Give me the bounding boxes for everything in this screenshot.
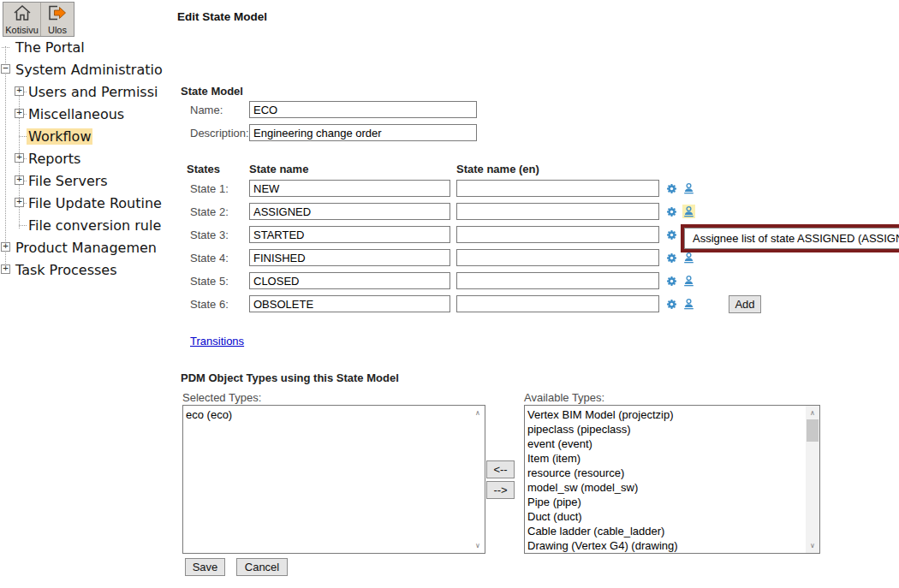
assignee-person-icon[interactable] — [682, 251, 695, 264]
logout-button[interactable]: Ulos — [40, 3, 74, 36]
state-name-input-3[interactable] — [249, 226, 450, 243]
home-button[interactable]: Kotisivu — [3, 3, 40, 36]
state-name-en-input-1[interactable] — [456, 180, 659, 197]
available-type-option[interactable]: pipeclass (pipeclass) — [527, 422, 805, 437]
expand-toggle-icon[interactable]: + — [15, 86, 24, 96]
move-to-available-button[interactable]: --> — [486, 481, 515, 499]
pdm-object-types-header: PDM Object Types using this State Model — [181, 371, 399, 384]
scroll-up-icon[interactable]: ∧ — [806, 407, 819, 419]
tree-item-label: Users and Permissi — [27, 84, 159, 100]
page-title: Edit State Model — [177, 10, 267, 23]
cancel-button[interactable]: Cancel — [236, 558, 288, 576]
state-row-label: State 5: — [181, 275, 249, 288]
state-name-en-input-6[interactable] — [456, 295, 659, 312]
available-type-option[interactable]: resource (resource) — [527, 466, 805, 480]
sidebar-item-product-managemen[interactable]: +Product Managemen — [0, 236, 176, 258]
selected-type-option[interactable]: eco (eco) — [186, 407, 470, 422]
nav-tree: The Portal−System Administratio+Users an… — [0, 36, 176, 293]
sidebar-item-reports[interactable]: +Reports — [0, 147, 176, 169]
selected-types-scrollbar[interactable]: ∧ ∨ — [471, 406, 485, 553]
name-input[interactable] — [249, 101, 477, 118]
expand-toggle-icon[interactable]: + — [15, 175, 24, 185]
state-row: State 5: — [181, 272, 761, 289]
states-header: States — [187, 163, 220, 175]
toolbar: Kotisivu Ulos — [3, 2, 74, 37]
sidebar-item-users-and-permissi[interactable]: +Users and Permissi — [0, 80, 176, 103]
available-types-label: Available Types: — [524, 391, 604, 404]
sidebar-item-task-processes[interactable]: +Task Processes — [0, 258, 176, 281]
gear-icon[interactable] — [665, 274, 678, 288]
available-types-scrollbar[interactable]: ∧ ∨ — [806, 406, 819, 553]
gear-icon[interactable] — [665, 228, 678, 241]
selected-types-label: Selected Types: — [182, 391, 261, 404]
assignee-person-icon[interactable] — [682, 297, 695, 311]
available-type-option[interactable]: Vertex BIM Model (projectzip) — [527, 407, 805, 422]
state-row: State 2: — [181, 203, 761, 220]
save-button[interactable]: Save — [185, 558, 225, 576]
available-type-option[interactable]: Cable ladder (cable_ladder) — [527, 524, 805, 538]
scroll-down-icon[interactable]: ∨ — [806, 539, 819, 552]
available-type-option[interactable]: event (event) — [527, 437, 805, 451]
expand-toggle-icon[interactable]: + — [1, 242, 10, 252]
description-input[interactable] — [249, 124, 477, 141]
tree-item-label: The Portal — [14, 39, 86, 56]
expand-toggle-icon[interactable]: + — [15, 198, 24, 207]
state-name-input-2[interactable] — [249, 203, 450, 220]
sidebar-item-system-administratio[interactable]: −System Administratio — [0, 58, 176, 80]
state-name-column-header: State name — [249, 163, 308, 175]
state-model-header: State Model — [181, 85, 243, 98]
sidebar-item-file-update-routine[interactable]: +File Update Routine — [0, 192, 176, 214]
expand-toggle-icon[interactable]: + — [15, 153, 24, 163]
state-name-input-1[interactable] — [249, 180, 450, 197]
tree-item-label: System Administratio — [14, 62, 164, 78]
assignee-person-icon[interactable] — [682, 274, 695, 288]
expand-toggle-icon[interactable]: + — [1, 264, 10, 274]
state-row: State 3: — [181, 226, 761, 243]
states-rows: State 1:State 2:State 3:State 4:State 5:… — [181, 180, 761, 318]
state-row-label: State 3: — [181, 229, 249, 241]
state-model-form: Name: Description: — [181, 101, 477, 147]
scroll-up-icon[interactable]: ∧ — [471, 407, 485, 419]
state-row-label: State 2: — [181, 205, 249, 218]
assignee-person-icon[interactable] — [682, 181, 695, 195]
state-name-en-input-5[interactable] — [456, 272, 659, 289]
available-types-listbox[interactable]: Vertex BIM Model (projectzip)pipeclass (… — [524, 405, 820, 554]
move-to-selected-button[interactable]: <-- — [486, 460, 515, 478]
gear-icon[interactable] — [665, 181, 678, 195]
logout-button-label: Ulos — [48, 25, 67, 35]
selected-types-items: eco (eco) — [183, 406, 470, 553]
selected-types-listbox[interactable]: eco (eco) ∧ ∨ — [182, 405, 485, 554]
state-name-en-input-3[interactable] — [456, 226, 659, 243]
sidebar-item-file-conversion-rule[interactable]: File conversion rule — [0, 214, 176, 236]
available-type-option[interactable]: Duct (duct) — [527, 509, 805, 524]
home-button-label: Kotisivu — [5, 25, 39, 35]
scrollbar-thumb[interactable] — [807, 419, 819, 442]
gear-icon[interactable] — [665, 205, 678, 218]
sidebar-item-file-servers[interactable]: +File Servers — [0, 169, 176, 192]
gear-icon[interactable] — [665, 297, 678, 311]
collapse-toggle-icon[interactable]: − — [1, 64, 10, 74]
state-name-input-4[interactable] — [249, 249, 450, 266]
sidebar-item-workflow[interactable]: Workflow — [0, 125, 176, 147]
available-type-option[interactable]: Drawing (Vertex G4) (drawing) — [527, 538, 805, 553]
available-type-option[interactable]: Item (item) — [527, 451, 805, 466]
state-row-label: State 4: — [181, 252, 249, 264]
available-type-option[interactable]: model_sw (model_sw) — [527, 480, 805, 495]
assignee-person-icon[interactable] — [682, 205, 695, 218]
state-name-input-6[interactable] — [249, 295, 450, 312]
assignee-tooltip: Assignee list of state ASSIGNED (ASSIGNE… — [684, 228, 899, 249]
gear-icon[interactable] — [665, 251, 678, 264]
name-label: Name: — [181, 104, 249, 116]
state-name-en-input-4[interactable] — [456, 249, 659, 266]
scroll-down-icon[interactable]: ∨ — [471, 539, 485, 552]
state-row: State 6:Add — [181, 295, 761, 312]
state-name-en-input-2[interactable] — [456, 203, 659, 220]
sidebar-item-miscellaneous[interactable]: +Miscellaneous — [0, 103, 176, 125]
home-icon — [13, 4, 32, 24]
expand-toggle-icon[interactable]: + — [15, 109, 24, 118]
sidebar-item-the-portal[interactable]: The Portal — [0, 36, 176, 58]
transitions-link[interactable]: Transitions — [190, 335, 244, 347]
add-state-button[interactable]: Add — [729, 295, 761, 313]
state-name-input-5[interactable] — [249, 272, 450, 289]
available-type-option[interactable]: Pipe (pipe) — [527, 495, 805, 509]
